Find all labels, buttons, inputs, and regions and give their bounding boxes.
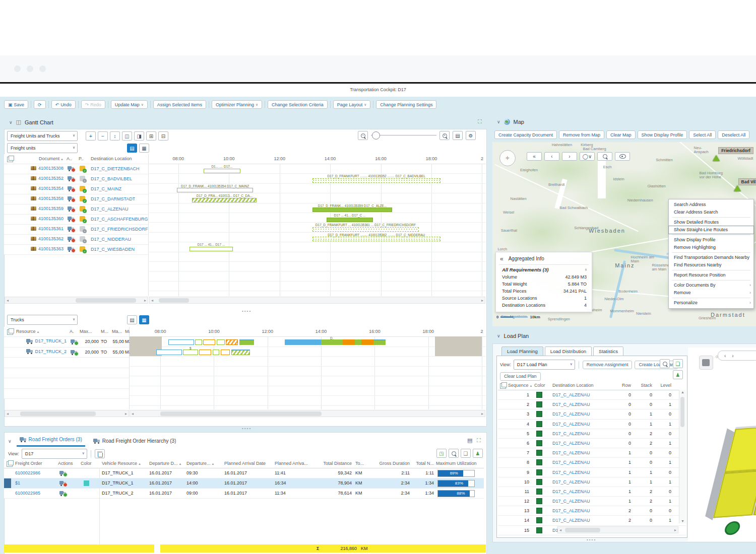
collapse-panel-icon[interactable]: « xyxy=(527,152,542,161)
collapse-icon[interactable]: ∨ xyxy=(497,333,500,338)
chart-view-button[interactable]: ◫ xyxy=(122,131,132,141)
document-link[interactable]: 4100135354 xyxy=(38,186,64,191)
zoom-in-button[interactable]: + xyxy=(439,131,450,140)
copy-icon[interactable] xyxy=(7,157,13,162)
truck-gantt-bar-sgb[interactable] xyxy=(239,339,254,345)
splitter-handle[interactable]: •••• xyxy=(587,537,596,542)
clear-map-button[interactable]: Clear Map xyxy=(606,130,636,139)
destination-link[interactable]: D17_C_ALZENAU xyxy=(91,206,129,212)
menu-item[interactable]: Report Resource Position xyxy=(669,271,753,279)
truck-action-icon[interactable] xyxy=(71,339,77,344)
show-display-profile-button[interactable]: Show Display Profile xyxy=(638,130,687,139)
create-capacity-document-button[interactable]: Create Capacity Document xyxy=(494,130,557,139)
orders-view-select[interactable]: D17 xyxy=(22,449,87,459)
truck-action-icon[interactable] xyxy=(68,186,74,191)
column-header[interactable]: Level xyxy=(655,383,671,388)
load-plan-export-button[interactable]: ❑ xyxy=(673,359,683,368)
truck-gantt-bar-sgreen[interactable] xyxy=(321,339,343,345)
collapse-icon[interactable]: ∨ xyxy=(8,439,12,444)
truck-action-icon[interactable] xyxy=(68,196,74,201)
page-layout-button[interactable]: Page Layout∨ xyxy=(333,100,371,109)
document-link[interactable]: 4100135352 xyxy=(38,176,64,181)
document-link[interactable]: 4100135361 xyxy=(38,226,64,231)
table-row[interactable]: 1D17_C_ALZENAU000 xyxy=(498,390,686,400)
save-button[interactable]: ▣Save xyxy=(4,100,28,109)
column-header[interactable]: Resource▲ xyxy=(16,329,67,334)
column-header[interactable]: Actions xyxy=(58,461,79,466)
pan-left-icon[interactable]: ‹ xyxy=(544,152,559,161)
destination-link[interactable]: D17_C_ALZENAU xyxy=(552,441,590,446)
load-plan-view-select[interactable]: D17 Load Plan xyxy=(514,360,575,370)
remove-row-button[interactable]: − xyxy=(98,131,108,141)
table-row[interactable]: 13D17_C_ALZENAU200 xyxy=(498,506,686,516)
table-row[interactable]: 4D17_C_ALZENAU011 xyxy=(498,420,686,429)
load-plan-nav[interactable]: ‹› xyxy=(718,351,756,361)
copy-icon[interactable] xyxy=(7,461,13,467)
destination-link[interactable]: D17_C_ALZENAU xyxy=(552,479,590,484)
expand-icon[interactable]: ⛶ xyxy=(478,118,482,125)
column-header[interactable]: Departure...▲ xyxy=(186,461,223,466)
fit-rows-button[interactable]: ↕ xyxy=(110,131,120,141)
truck-gantt-bar-ogreen[interactable] xyxy=(195,339,202,345)
trucks-grid-view-toggle[interactable]: ▦ xyxy=(139,315,149,324)
column-header[interactable]: M... xyxy=(101,329,111,334)
column-header[interactable]: A. xyxy=(70,329,79,334)
truck-gantt-bar-oorange[interactable] xyxy=(203,339,215,345)
freight-order-link[interactable]: 6100022986 xyxy=(15,470,40,475)
destination-link[interactable]: D17_C_ALZENAU xyxy=(552,499,590,504)
assign-selected-items-button[interactable]: Assign Selected Items xyxy=(153,100,206,109)
menu-item[interactable]: Search Address xyxy=(669,201,753,209)
trucks-flat-view-toggle[interactable]: ▤ xyxy=(127,315,137,324)
truck-gantt-bar-oorange[interactable] xyxy=(221,350,230,355)
gantt-bar-dashed[interactable] xyxy=(312,178,440,183)
expand-icon[interactable]: ⛶ xyxy=(477,437,481,444)
map[interactable]: HahnstättenKirbergBad CambergNeu- Anspac… xyxy=(492,142,756,326)
table-row[interactable]: 4100135362D17_C_NIDDERAU xyxy=(4,235,148,245)
remove-assignment-button[interactable]: Remove Assignment xyxy=(583,361,633,369)
table-row[interactable]: 4100135363D17_C_WIESBADEN xyxy=(4,245,148,255)
table-row[interactable]: 6100022985D17_TRUCK_216.01.201709:0016.0… xyxy=(4,489,484,499)
truck-gantt-bar-ogreen[interactable] xyxy=(183,350,198,355)
destination-link[interactable]: D17_C_ALZENAU xyxy=(552,460,590,465)
truck-gantt-bar-sorange[interactable] xyxy=(343,339,355,345)
truck-action-icon[interactable] xyxy=(68,166,74,171)
column-header[interactable]: P.. xyxy=(79,156,89,161)
destination-link[interactable]: D17_C_ALZENAU xyxy=(552,422,590,427)
truck-action-icon[interactable] xyxy=(59,481,66,486)
select-all-button[interactable]: Select All xyxy=(689,130,716,139)
next-icon[interactable]: › xyxy=(732,353,733,359)
column-header[interactable]: Max... xyxy=(80,329,99,334)
freight-order-link[interactable]: $1 xyxy=(15,480,20,486)
column-header[interactable]: Planned Arrival Date xyxy=(224,461,274,466)
table-row[interactable]: 5D17_C_ALZENAU020 xyxy=(498,429,686,439)
legend-button[interactable]: ▤ xyxy=(453,131,463,140)
pan-right-icon[interactable]: › xyxy=(562,152,577,161)
truck-action-icon[interactable] xyxy=(68,247,74,251)
gantt-bar-outline[interactable] xyxy=(204,169,240,173)
collapse-up-icon[interactable]: « xyxy=(583,268,588,270)
select-mode-icon[interactable]: ◯∨ xyxy=(580,152,595,161)
table-row-selected[interactable]: $1D17_TRUCK_116.01.201714:0016.01.201716… xyxy=(4,478,484,489)
column-header[interactable]: Freight Order xyxy=(15,461,55,466)
truck-gantt-bar-hgreen[interactable] xyxy=(231,350,250,355)
tab-road-freight-orders[interactable]: Road Freight Orders (3) xyxy=(17,435,85,447)
destination-link[interactable]: D17_C_MAINZ xyxy=(91,186,121,191)
gantt-settings-button[interactable]: ⚙ xyxy=(466,131,476,140)
search-icon[interactable] xyxy=(597,152,612,161)
table-row[interactable]: 4100135354D17_C_MAINZ xyxy=(4,184,148,194)
truck-gantt-bar-sorange[interactable] xyxy=(361,339,373,345)
delete-button[interactable] xyxy=(95,449,105,458)
destination-link[interactable]: D17_C_NIDDERAU xyxy=(91,237,131,242)
table-row[interactable]: 6D17_C_ALZENAU021 xyxy=(498,439,686,448)
table-row[interactable]: 4100135308D17_C_DIETZENBACH xyxy=(4,164,148,174)
menu-item[interactable]: Color Documents By› xyxy=(669,282,753,289)
create-load-plan-button[interactable]: Create Load Plan xyxy=(635,361,678,369)
add-row-button[interactable]: + xyxy=(86,131,96,141)
load-plan-search-button[interactable] xyxy=(660,359,670,368)
truck-gantt-bar-ogreen[interactable] xyxy=(217,339,225,345)
table-row[interactable]: 4100135358D17_C_DARMSTADT xyxy=(4,194,148,204)
gantt-bar-dashed[interactable] xyxy=(312,227,419,232)
resource-link[interactable]: D17_TRUCK_2 xyxy=(35,349,67,354)
change-planning-settings-button[interactable]: Change Planning Settings xyxy=(376,100,436,109)
fu-rowtype-select[interactable]: Freight units xyxy=(7,143,78,153)
